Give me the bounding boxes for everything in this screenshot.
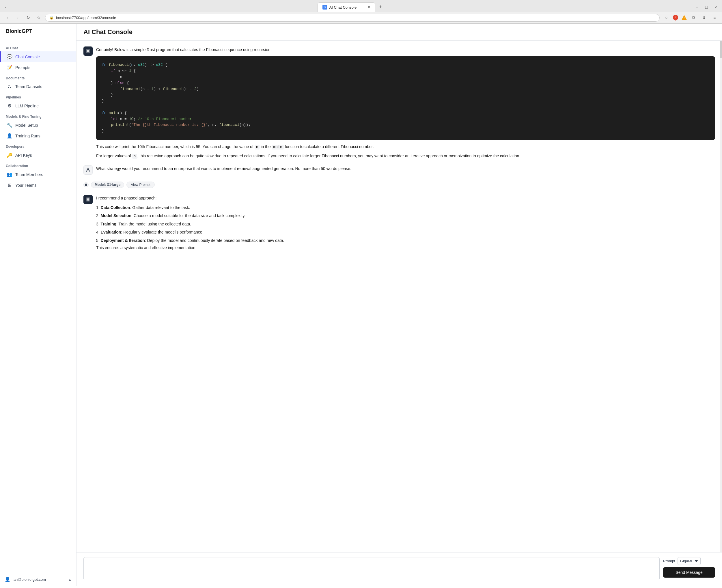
send-message-button[interactable]: Send Message: [663, 567, 715, 578]
sidebar-item-label-llm-pipeline: LLM Pipeline: [15, 104, 39, 108]
browser-toolbar: ‹ › ↻ ☆ 🔒 localhost:7700/app/team/32/con…: [0, 12, 722, 23]
code-content: fn fibonacci(n: u32) -> u32 { if n <= 1 …: [102, 62, 709, 134]
menu-button[interactable]: ≡: [710, 14, 719, 22]
list-item: 1. Data Collection: Gather data relevant…: [96, 204, 715, 212]
list-item: 2. Model Selection: Choose a model suita…: [96, 212, 715, 220]
model-info-row: Model: X1-large View Prompt: [83, 181, 715, 189]
list-item-bold-2: Model Selection: [101, 213, 132, 218]
prompt-label: Prompt: [663, 559, 675, 563]
sidebar-item-api-keys[interactable]: 🔑 API Keys: [0, 150, 76, 161]
brave-alert-icon[interactable]: !: [681, 15, 687, 21]
ai-text-after-2: For larger values of n, this recursive a…: [96, 153, 715, 160]
list-item-bold-4: Evaluation: [101, 230, 121, 234]
tab-overflow[interactable]: ‹: [2, 4, 9, 11]
sidebar-section-models: Models & Fine Tuning: [0, 111, 76, 120]
sidebar-item-team-members[interactable]: 👥 Team Members: [0, 169, 76, 180]
input-area: Prompt GigaML Default Custom Send Messag…: [77, 552, 722, 586]
sidebar-item-llm-pipeline[interactable]: ⚙ LLM Pipeline: [0, 101, 76, 111]
model-setup-icon: 🔧: [7, 122, 13, 128]
address-bar[interactable]: 🔒 localhost:7700/app/team/32/console: [45, 14, 660, 22]
active-tab[interactable]: B AI Chat Console ×: [318, 2, 375, 12]
user-message-body: What strategy would you recommend to an …: [96, 165, 715, 172]
tab-close-button[interactable]: ×: [367, 5, 370, 9]
svg-point-5: [87, 198, 89, 201]
bookmark-button[interactable]: ☆: [35, 14, 43, 22]
refresh-button[interactable]: ↻: [24, 14, 32, 22]
training-runs-icon: 👤: [7, 133, 13, 139]
prompt-select[interactable]: GigaML Default Custom: [678, 557, 701, 565]
code-block: fn fibonacci(n: u32) -> u32 { if n <= 1 …: [96, 56, 715, 140]
back-button[interactable]: ‹: [3, 14, 12, 22]
prompt-selector-row: Prompt GigaML Default Custom: [663, 557, 715, 565]
tab-title: AI Chat Console: [330, 5, 357, 9]
scrollbar-track[interactable]: [720, 41, 722, 552]
sidebar-item-model-setup[interactable]: 🔧 Model Setup: [0, 120, 76, 130]
sidebar-footer[interactable]: 👤 ian@bionic-gpt.com ▲: [0, 573, 76, 586]
ai-text-after-1: This code will print the 10th Fibonacci …: [96, 144, 715, 150]
sidebar-item-label-prompts: Prompts: [15, 65, 30, 70]
tab-favicon: B: [322, 5, 327, 9]
chat-area[interactable]: Certainly! Below is a simple Rust progra…: [77, 41, 722, 552]
list-item-rest-3: : Train the model using the collected da…: [116, 222, 191, 226]
list-item-bold-3: Training: [101, 222, 116, 226]
list-item-rest-5: : Deploy the model and continuously iter…: [145, 238, 284, 243]
new-tab-button[interactable]: +: [377, 3, 385, 12]
browser-actions: ⎋ ! ⧉ ⬇ ≡: [662, 14, 719, 22]
browser-chrome: ‹ B AI Chat Console × + – □ × ‹ › ↻ ☆ 🔒 …: [0, 0, 722, 24]
message-row: What strategy would you recommend to an …: [83, 165, 715, 175]
chat-messages: Certainly! Below is a simple Rust progra…: [77, 41, 722, 257]
share-button[interactable]: ⎋: [662, 14, 670, 22]
minimize-button[interactable]: –: [693, 3, 701, 11]
sidebar-item-chat-console[interactable]: 💬 Chat Console: [0, 51, 76, 62]
model-dot: [83, 182, 89, 187]
forward-button[interactable]: ›: [14, 14, 22, 22]
ai-message-text-1: Certainly! Below is a simple Rust progra…: [96, 46, 715, 160]
inline-code-main: main: [272, 145, 284, 149]
team-members-icon: 👥: [7, 172, 13, 177]
sidebar-item-team-datasets[interactable]: 🗂 Team Datasets: [0, 81, 76, 92]
sidebar-item-label-team-members: Team Members: [15, 172, 43, 177]
inline-code-n2: n: [132, 154, 137, 159]
user-avatar: [83, 165, 93, 175]
llm-pipeline-icon: ⚙: [7, 103, 13, 108]
user-email: ian@bionic-gpt.com: [13, 577, 66, 582]
ai-avatar: [83, 46, 93, 56]
list-item-bold-5: Deployment & Iteration: [101, 238, 145, 243]
main-content: AI Chat Console Certainly! Below is a si…: [77, 24, 722, 586]
ai-message-body-1: Certainly! Below is a simple Rust progra…: [96, 46, 715, 160]
sidebar-item-label-model-setup: Model Setup: [15, 123, 38, 128]
sidebar-section-ai: AI Chat: [0, 43, 76, 51]
sidebar-section-collaboration: Collaboration: [0, 161, 76, 169]
brave-shield-icon[interactable]: [672, 15, 679, 21]
maximize-button[interactable]: □: [702, 3, 710, 11]
svg-point-3: [87, 168, 89, 170]
sidebar-item-your-teams[interactable]: ⊞ Your Teams: [0, 180, 76, 190]
sidebar-item-training-runs[interactable]: 👤 Training Runs: [0, 130, 76, 141]
lock-icon: 🔒: [49, 16, 54, 20]
sidebar-item-label-api-keys: API Keys: [15, 153, 32, 158]
chat-console-icon: 💬: [7, 54, 13, 60]
message-row: Certainly! Below is a simple Rust progra…: [83, 46, 715, 160]
download-button[interactable]: ⬇: [700, 14, 708, 22]
message-row: I recommend a phased approach: 1. Data C…: [83, 195, 715, 251]
scrollbar-thumb[interactable]: [720, 41, 722, 58]
tab-bar: ‹ B AI Chat Console × + – □ ×: [0, 0, 722, 12]
sidebar-item-prompts[interactable]: 📝 Prompts: [0, 62, 76, 73]
sidebar-toggle-button[interactable]: ⧉: [690, 14, 698, 22]
app-container: BionicGPT AI Chat 💬 Chat Console 📝 Promp…: [0, 24, 722, 586]
sidebar-item-label-team-datasets: Team Datasets: [15, 84, 42, 89]
chat-input[interactable]: [83, 557, 660, 580]
sidebar-nav: AI Chat 💬 Chat Console 📝 Prompts Documen…: [0, 39, 76, 573]
view-prompt-button[interactable]: View Prompt: [126, 182, 155, 188]
model-dot-inner: [85, 184, 87, 186]
chat-input-wrapper: [83, 557, 660, 581]
ai-ending-text: This ensures a systematic and effective …: [96, 245, 715, 251]
url-text: localhost:7700/app/team/32/console: [56, 16, 655, 20]
sidebar-section-pipelines: Pipelines: [0, 92, 76, 101]
list-item-rest-1: : Gather data relevant to the task.: [130, 205, 190, 210]
close-window-button[interactable]: ×: [712, 3, 720, 11]
user-menu-chevron-icon: ▲: [68, 578, 71, 582]
ai-avatar-2: [83, 195, 93, 204]
list-item-rest-4: : Regularly evaluate the model's perform…: [121, 230, 203, 234]
user-avatar-icon: 👤: [5, 577, 10, 582]
